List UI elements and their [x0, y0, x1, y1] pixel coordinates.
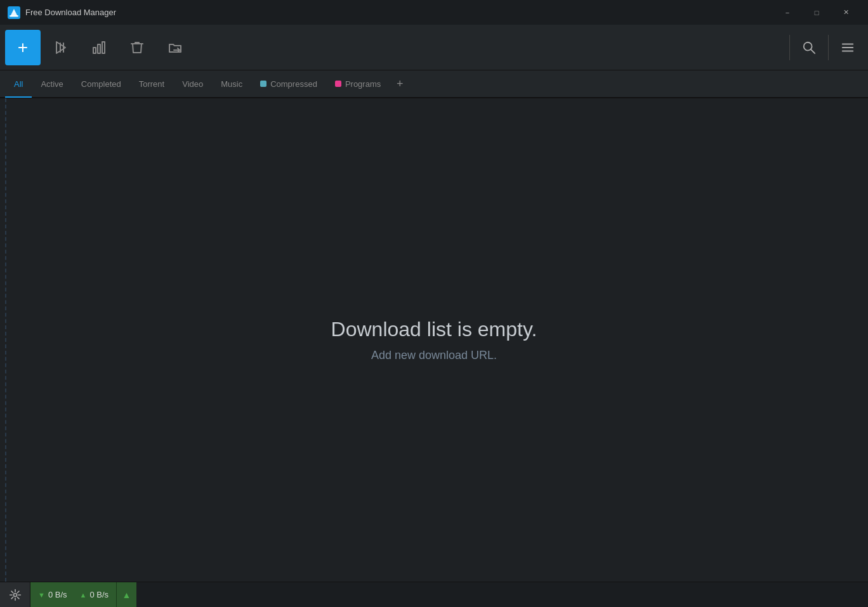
svg-rect-2 [10, 15, 18, 17]
plus-icon: + [18, 37, 28, 58]
tab-programs-label: Programs [345, 79, 381, 89]
titlebar: Free Download Manager − □ ✕ [0, 0, 868, 25]
svg-rect-8 [102, 42, 105, 53]
resume-button[interactable] [43, 30, 79, 65]
delete-icon [129, 40, 145, 55]
main-content: Download list is empty. Add new download… [0, 98, 868, 582]
delete-button[interactable] [119, 30, 155, 65]
toolbar-right [787, 30, 863, 65]
left-border-decoration [0, 98, 6, 582]
tab-video-label: Video [182, 79, 203, 89]
tab-active[interactable]: Active [32, 70, 72, 98]
speed-toggle-icon: ▲ [122, 590, 131, 600]
download-arrow-icon: ▼ [38, 591, 45, 599]
statusbar: ▼ 0 B/s ▲ 0 B/s ▲ [0, 582, 868, 607]
tab-all-label: All [14, 79, 23, 89]
open-folder-button[interactable] [157, 30, 193, 65]
maximize-button[interactable]: □ [802, 0, 831, 25]
tab-programs[interactable]: Programs [326, 70, 390, 98]
upload-speed: ▲ 0 B/s [80, 590, 109, 599]
compressed-dot [260, 81, 266, 87]
download-speed: ▼ 0 B/s [38, 590, 67, 599]
svg-rect-6 [93, 48, 96, 53]
search-button[interactable] [794, 30, 824, 65]
open-folder-icon [168, 40, 183, 55]
programs-dot [335, 81, 341, 87]
tab-completed[interactable]: Completed [72, 70, 130, 98]
window-controls: − □ ✕ [773, 0, 860, 25]
tab-all[interactable]: All [5, 70, 32, 98]
settings-icon [9, 589, 22, 601]
tab-torrent[interactable]: Torrent [130, 70, 173, 98]
speed-toggle-button[interactable]: ▲ [116, 582, 136, 608]
svg-rect-7 [98, 44, 100, 53]
tab-torrent-label: Torrent [139, 79, 164, 89]
add-tab-icon: + [397, 77, 404, 91]
svg-line-11 [811, 49, 815, 53]
speed-display: ▼ 0 B/s ▲ 0 B/s [30, 582, 116, 608]
tab-compressed-label: Compressed [270, 79, 317, 89]
menu-icon [841, 41, 855, 55]
resume-icon [53, 40, 69, 55]
tab-music-label: Music [221, 79, 242, 89]
upload-speed-value: 0 B/s [89, 590, 109, 599]
close-button[interactable]: ✕ [831, 0, 860, 25]
status-icon-button[interactable] [0, 582, 30, 608]
statistics-button[interactable] [81, 30, 117, 65]
tab-music[interactable]: Music [212, 70, 251, 98]
tabs-bar: All Active Completed Torrent Video Music… [0, 70, 868, 98]
tab-completed-label: Completed [81, 79, 121, 89]
search-icon [802, 41, 816, 55]
toolbar-separator [789, 35, 790, 60]
toolbar: + [0, 25, 868, 70]
empty-list-subtitle: Add new download URL. [371, 349, 497, 362]
tab-compressed[interactable]: Compressed [251, 70, 326, 98]
statistics-icon [91, 40, 107, 55]
add-download-button[interactable]: + [5, 30, 41, 65]
app-icon [8, 6, 20, 19]
app-title: Free Download Manager [25, 8, 773, 17]
empty-list-title: Download list is empty. [331, 318, 537, 341]
add-tab-button[interactable]: + [390, 70, 410, 98]
menu-button[interactable] [832, 30, 863, 65]
minimize-button[interactable]: − [773, 0, 802, 25]
download-speed-value: 0 B/s [48, 590, 67, 599]
tab-video[interactable]: Video [173, 70, 212, 98]
toolbar-separator-2 [828, 35, 829, 60]
svg-point-15 [13, 593, 16, 596]
tab-active-label: Active [41, 79, 63, 89]
upload-arrow-icon: ▲ [80, 591, 87, 599]
